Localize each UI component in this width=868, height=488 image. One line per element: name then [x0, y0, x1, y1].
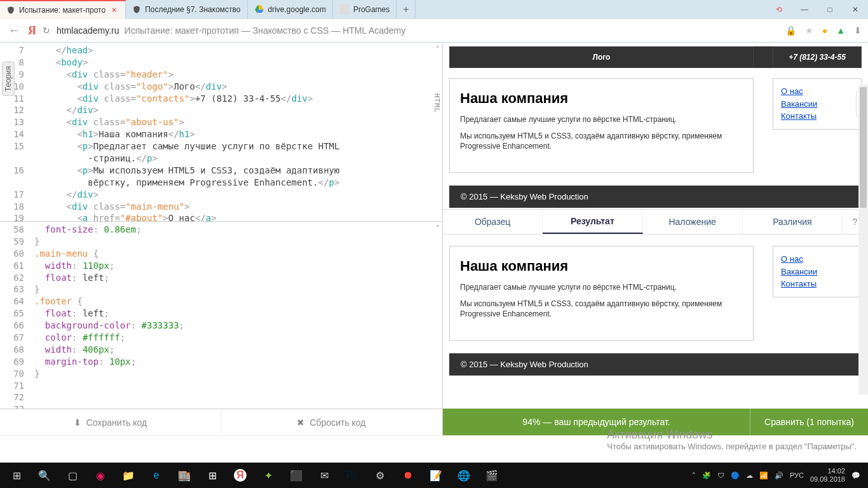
downloads-icon[interactable]: ⬇ [854, 25, 862, 36]
render-sample: Лого +7 (812) 33-4-55 Наша компания Пред… [449, 46, 862, 208]
chevron-up-icon[interactable]: ˄ [436, 45, 440, 55]
clock-date: 09.09.2018 [810, 475, 845, 484]
tab-result[interactable]: Результат [543, 210, 642, 234]
tabstrip: Испытание: макет-прото × Последние §7. З… [0, 0, 868, 19]
app-icon[interactable]: ⚙ [366, 463, 394, 488]
lock-icon[interactable]: 🔒 [785, 25, 796, 36]
url-host: htmlacademy.ru [57, 25, 119, 36]
language-indicator[interactable]: РУС [790, 471, 804, 479]
css-code[interactable]: font-size: 0.86em;}.main-menu { width: 1… [31, 222, 442, 382]
maximize-button[interactable]: □ [817, 0, 843, 19]
close-button[interactable]: ✕ [843, 0, 868, 19]
sound-icon[interactable]: 🔊 [775, 471, 783, 480]
tray-icon[interactable]: ☁ [746, 471, 753, 480]
app-icon[interactable]: ⬛ [282, 463, 310, 488]
search-icon[interactable]: 🔍 [31, 463, 58, 488]
tab-3[interactable]: ProGames [333, 0, 397, 19]
clock-time: 14:02 [810, 467, 845, 475]
app-icon[interactable]: ◉ [86, 463, 114, 488]
reset-code-button[interactable]: ✖Сбросить код [221, 409, 442, 435]
tray-up-icon[interactable]: ˄ [692, 471, 696, 480]
menu-link[interactable]: О нас [781, 85, 853, 98]
tray-icon[interactable]: 🧩 [702, 471, 711, 480]
yandex-browser-icon[interactable]: Я [226, 463, 254, 488]
browser-footer-hint [0, 435, 868, 451]
app-icon[interactable]: Ps [338, 463, 366, 488]
render-about-p1: Предлагает самые лучшие услуги по вёрстк… [460, 114, 743, 125]
menu-link[interactable]: Контакты [781, 110, 853, 123]
favicon-generic [339, 4, 349, 15]
app-icon[interactable]: ⊞ [198, 463, 226, 488]
chrome-icon[interactable]: 🌐 [450, 463, 478, 488]
render2-about-p1: Предлагает самые лучшие услуги по вёрстк… [460, 282, 743, 292]
render-header: Лого +7 (812) 33-4-55 [449, 46, 862, 68]
bookmark-star-icon[interactable]: ★ [805, 25, 813, 36]
reload-button[interactable]: ↻ [43, 25, 50, 36]
render-about: Наша компания Предлагает самые лучшие ус… [449, 78, 754, 173]
html-editor[interactable]: HTML ˄ 789101112131415 16 171819 </head>… [0, 43, 442, 222]
extension-2-icon[interactable]: ▲ [836, 25, 845, 36]
window-controls: ⟲ — □ ✕ [766, 0, 868, 19]
address-icons: 🔒 ★ ● ▲ ⬇ [785, 25, 862, 36]
app-icon[interactable]: 🏬 [170, 463, 198, 488]
extension-1-icon[interactable]: ● [822, 25, 827, 36]
tab-title: Испытание: макет-прото [19, 6, 105, 15]
app-icon[interactable]: ✦ [254, 463, 282, 488]
taskbar-clock[interactable]: 14:02 09.09.2018 [810, 467, 845, 484]
wifi-icon[interactable]: 📶 [759, 471, 768, 480]
compare-button[interactable]: Сравнить (1 попытка) [750, 409, 868, 435]
close-icon[interactable]: × [109, 6, 119, 15]
tray-icon[interactable]: 🔵 [731, 471, 740, 480]
tab-0[interactable]: Испытание: макет-прото × [0, 0, 126, 19]
app-icon[interactable]: e [142, 463, 170, 488]
minimize-button[interactable]: — [792, 0, 817, 19]
tab-sample[interactable]: Образец [443, 210, 543, 234]
taskbar: ⊞ 🔍 ▢ ◉ 📁 e 🏬 ⊞ Я ✦ ⬛ ✉ Ps ⚙ ⏺ 📝 🌐 🎬 ˄ 🧩… [0, 463, 868, 488]
html-editor-label: HTML [431, 93, 441, 113]
start-button[interactable]: ⊞ [3, 463, 31, 488]
menu-link[interactable]: Вакансии [781, 98, 853, 111]
app-icon[interactable]: 📁 [114, 463, 142, 488]
render-side-menu: О нас Вакансии Контакты [773, 78, 862, 130]
back-button[interactable]: ← [6, 24, 22, 37]
preview-sample: Лого +7 (812) 33-4-55 Наша компания Пред… [443, 43, 868, 209]
app-icon[interactable]: ⏺ [394, 463, 422, 488]
preview-result: Наша компания Предлагает самые лучшие ус… [443, 234, 868, 409]
url-page-title: Испытание: макет-прототип — Знакомство с… [125, 25, 406, 36]
gdrive-icon [254, 4, 264, 16]
chevron-up-icon[interactable]: ˄ [436, 224, 440, 234]
menu-link[interactable]: Контакты [781, 278, 853, 290]
render-result: Наша компания Предлагает самые лучшие ус… [449, 246, 862, 376]
render2-about-p2: Мы используем HTML5 и CSS3, создаём адап… [460, 299, 743, 319]
css-editor[interactable]: CSS ˄ 58596061626364656667686970717273 f… [0, 222, 442, 409]
tab-diff[interactable]: Различия [743, 210, 843, 234]
new-tab-button[interactable]: + [397, 0, 416, 19]
shield-icon [132, 5, 141, 14]
address-bar: ← Я ↻ htmlacademy.ru Испытание: макет-пр… [0, 19, 868, 42]
save-code-button[interactable]: ⬇Сохранить код [0, 409, 221, 435]
menu-link[interactable]: О нас [781, 253, 853, 266]
sync-icon[interactable]: ⟲ [766, 0, 792, 19]
render-about-p2: Мы используем HTML5 и CSS3, создаём адап… [460, 131, 743, 151]
app-icon[interactable]: 📝 [422, 463, 450, 488]
render2-about-title: Наша компания [460, 258, 743, 274]
browser-chrome: Испытание: макет-прото × Последние §7. З… [0, 0, 868, 43]
scrollbar-vertical[interactable] [858, 85, 868, 395]
scrollbar-thumb[interactable] [860, 87, 867, 208]
yandex-logo-icon[interactable]: Я [28, 24, 36, 37]
url-display[interactable]: htmlacademy.ru Испытание: макет-прототип… [57, 25, 779, 36]
tab-2[interactable]: drive.google.com [248, 0, 333, 19]
editor-pane: Теория HTML ˄ 789101112131415 16 171819 … [0, 43, 443, 435]
taskview-icon[interactable]: ▢ [58, 463, 86, 488]
menu-link[interactable]: Вакансии [781, 266, 853, 278]
notifications-icon[interactable]: 💬 [851, 471, 860, 480]
app-icon[interactable]: 🎬 [478, 463, 506, 488]
app-icon[interactable]: ✉ [310, 463, 338, 488]
html-code[interactable]: </head> <body> <div class="header"> <div… [31, 43, 442, 222]
tray-icon[interactable]: 🛡 [717, 471, 724, 479]
tab-1[interactable]: Последние §7. Знакомство [126, 0, 247, 19]
close-icon: ✖ [297, 417, 304, 428]
editors: HTML ˄ 789101112131415 16 171819 </head>… [0, 43, 442, 409]
html-gutter: 789101112131415 16 171819 [0, 43, 28, 222]
tab-overlay[interactable]: Наложение [643, 210, 743, 234]
